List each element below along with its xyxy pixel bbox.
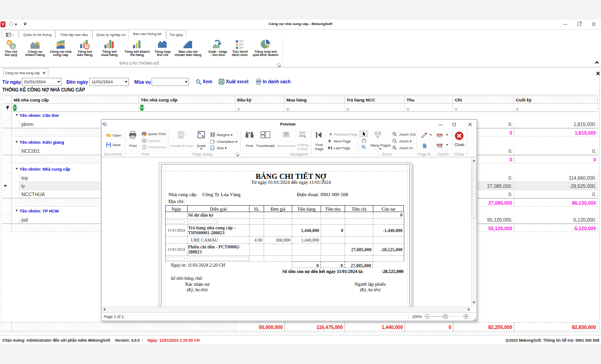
svg-text:PDF: PDF <box>438 134 441 136</box>
svg-text:PDF: PDF <box>438 144 441 146</box>
